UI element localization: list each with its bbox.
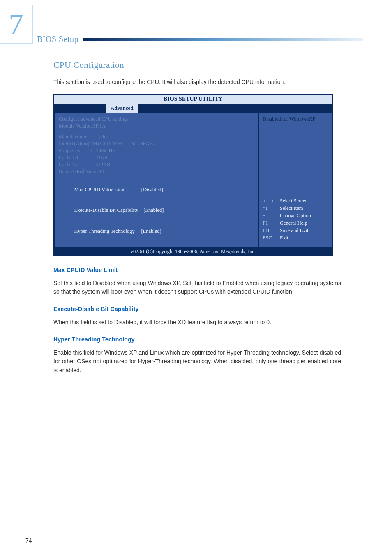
key: ↑↓ [263,204,280,212]
key-desc: Change Option [280,212,311,219]
key-desc: Select Item [280,204,303,212]
bios-line: Manufacturer : Intel [59,133,254,140]
bios-option-value: [Enabled] [143,207,164,213]
key: ESC [263,234,280,241]
bios-title-bar: BIOS SETUP UTILITY [54,95,332,104]
bios-panel: BIOS SETUP UTILITY Advanced Configure ad… [53,94,333,256]
intro-paragraph: This section is used to configure the CP… [53,78,341,87]
section-heading: Max CPUID Value Limit [53,267,341,273]
bios-body: Configure advanced CPU settings Module V… [54,113,332,248]
bios-key-row: ← →Select Screen [263,197,328,204]
key: +- [263,212,280,219]
page-content: CPU Configuration This section is used t… [53,60,341,383]
bios-help-text: Disabled for WindowsXP [263,116,328,123]
bios-pad [138,207,144,213]
section-heading: Execute-Disable Bit Capability [53,306,341,312]
section-heading: Hyper Threading Technology [53,336,341,343]
running-header-text: BIOS Setup [37,35,78,44]
bios-option-row[interactable]: Execute-Disable Bit Capability [Enabled] [59,200,254,221]
bios-line: Frequency : 1.66GHz [59,147,254,154]
bios-key-legend: ← →Select Screen ↑↓Select Item +-Change … [263,197,328,242]
document-page: 7 BIOS Setup CPU Configuration This sect… [0,0,392,557]
bios-option-row[interactable]: Max CPUID Value Limit [Disabled] [59,179,254,200]
chapter-tab: 7 [0,5,33,44]
page-title: CPU Configuration [53,60,341,70]
bios-pad [126,187,141,193]
bios-option-value: [Disabled] [141,187,163,193]
key: ← → [263,197,280,204]
key: F1 [263,219,280,227]
bios-footer: v02.61 (C)Copyright 1985-2006, American … [54,248,332,255]
chapter-number: 7 [9,9,23,39]
bios-tab-advanced[interactable]: Advanced [105,104,139,113]
key-desc: Exit [280,234,288,241]
bios-line: Configure advanced CPU settings [59,116,254,123]
bios-right-pane: Disabled for WindowsXP ← →Select Screen … [258,113,332,248]
bios-pad [135,228,141,234]
bios-key-row: F10Save and Exit [263,227,328,234]
bios-option-label: Max CPUID Value Limit [74,187,126,193]
bios-key-row: ↑↓Select Item [263,204,328,212]
key-desc: Save and Exit [280,227,308,234]
section-paragraph: Set this field to Disabled when using Wi… [53,279,341,297]
bios-key-row: ESCExit [263,234,328,241]
bios-option-label: Execute-Disable Bit Capability [74,207,138,213]
bios-menubar: Advanced [54,104,332,113]
bios-line: Ratio Actual Value:10 [59,168,254,175]
bios-left-pane: Configure advanced CPU settings Module V… [54,113,258,248]
bios-option-label: Hyper Threading Technology [74,228,135,234]
spacer [59,175,254,179]
spacer [59,129,254,133]
section-paragraph: When this field is set to Disabled, it w… [53,318,341,327]
key-desc: General Help [280,219,307,227]
bios-key-row: F1General Help [263,219,328,227]
bios-line: Cache L2 : 512KB [59,161,254,168]
key: F10 [263,227,280,234]
bios-key-row: +-Change Option [263,212,328,219]
page-number: 74 [25,537,32,544]
bios-option-row[interactable]: Hyper Threading Technology [Enabled] [59,221,254,242]
key-desc: Select Screen [280,197,308,204]
bios-option-value: [Enabled] [141,228,161,234]
bios-line: Module Version:3F.1A [59,123,254,130]
running-header: BIOS Setup [37,35,363,44]
bios-line: Intel(R) Atom(TM) CPU N450 @ 1.66GHz [59,140,254,147]
header-rule-icon [83,38,363,41]
bios-line: Cache L1 : 24KB [59,154,254,161]
section-paragraph: Enable this field for Windows XP and Lin… [53,348,341,375]
